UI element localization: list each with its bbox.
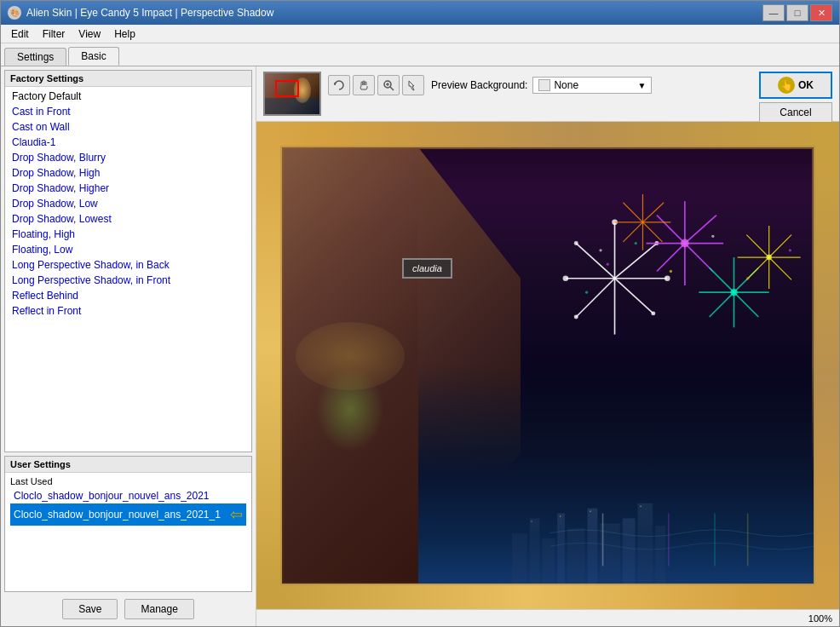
svg-point-42 <box>681 239 689 248</box>
svg-line-39 <box>657 244 685 272</box>
svg-line-67 <box>746 235 768 257</box>
menu-view[interactable]: View <box>72 26 107 42</box>
list-item-drop-shadow-higher[interactable]: Drop Shadow, Higher <box>7 181 250 196</box>
preview-thumbnail[interactable] <box>263 72 321 116</box>
list-item-claudia-1[interactable]: Claudia-1 <box>7 135 250 150</box>
svg-line-20 <box>615 244 657 279</box>
svg-point-70 <box>607 263 609 266</box>
user-settings-header: User Settings <box>5 457 251 473</box>
list-item-drop-shadow-blurry[interactable]: Drop Shadow, Blurry <box>7 150 250 165</box>
svg-line-61 <box>769 235 791 257</box>
manage-button[interactable]: Manage <box>124 599 193 619</box>
list-item-floating-high[interactable]: Floating, High <box>7 227 250 242</box>
svg-line-55 <box>642 222 662 242</box>
svg-point-76 <box>585 291 588 294</box>
dropdown-arrow-icon: ▼ <box>637 81 646 90</box>
user-settings-item-1[interactable]: Cloclo_shadow_bonjour_nouvel_ans_2021 <box>10 488 246 503</box>
refresh-icon <box>333 79 345 91</box>
list-item-factory-default[interactable]: Factory Default <box>7 89 250 104</box>
save-button[interactable]: Save <box>62 599 118 619</box>
svg-point-30 <box>651 311 655 315</box>
tool-select-button[interactable] <box>402 75 424 95</box>
user-settings-section-last-used: Last Used <box>10 476 246 486</box>
zoom-icon <box>383 79 394 91</box>
ok-label: OK <box>798 79 814 91</box>
user-settings-box: User Settings Last Used Cloclo_shadow_bo… <box>4 456 252 592</box>
preview-image: claudia <box>256 122 839 609</box>
svg-point-72 <box>670 270 672 273</box>
svg-line-48 <box>710 292 734 317</box>
status-bar: 100% <box>256 609 839 626</box>
list-item-drop-shadow-low[interactable]: Drop Shadow, Low <box>7 196 250 211</box>
list-item-drop-shadow-high[interactable]: Drop Shadow, High <box>7 165 250 181</box>
toolbar-tools <box>328 72 424 95</box>
preview-bg-value: None <box>554 79 578 91</box>
svg-point-31 <box>574 315 578 319</box>
svg-line-24 <box>576 279 614 317</box>
svg-line-22 <box>615 279 653 314</box>
gold-ornament <box>296 322 405 390</box>
top-row: Preview Background: None ▼ 👆 OK Cancel <box>256 66 839 122</box>
svg-line-37 <box>685 244 713 272</box>
app-icon: 🎨 <box>8 6 21 20</box>
list-item-long-perspective-back[interactable]: Long Perspective Shadow, in Back <box>7 257 250 273</box>
main-content: Factory Settings Factory Default Cast in… <box>1 66 839 626</box>
menu-filter[interactable]: Filter <box>36 26 72 42</box>
svg-line-26 <box>576 244 614 279</box>
svg-point-32 <box>563 275 569 281</box>
ok-hand-icon: 👆 <box>778 77 795 94</box>
list-item-floating-low[interactable]: Floating, Low <box>7 242 250 257</box>
tool-zoom-button[interactable] <box>377 75 400 95</box>
window-title: Alien Skin | Eye Candy 5 Impact | Perspe… <box>26 7 273 19</box>
select-icon <box>407 79 419 91</box>
maximize-button[interactable]: □ <box>786 4 808 21</box>
tab-basic[interactable]: Basic <box>68 47 118 66</box>
bottom-buttons: Save Manage <box>4 595 252 623</box>
user-settings-item-2-selected[interactable]: Cloclo_shadow_bonjour_nouvel_ans_2021_1 … <box>10 503 246 526</box>
list-item-reflect-front[interactable]: Reflect in Front <box>7 303 250 319</box>
watermark: claudia <box>402 258 452 279</box>
main-window: 🎨 Alien Skin | Eye Candy 5 Impact | Pers… <box>0 0 840 627</box>
tool-hand-button[interactable] <box>353 75 375 95</box>
tool-refresh-button[interactable] <box>328 75 350 95</box>
list-item-drop-shadow-lowest[interactable]: Drop Shadow, Lowest <box>7 211 250 227</box>
cancel-button[interactable]: Cancel <box>759 102 832 123</box>
preview-bg-label: Preview Background: <box>431 79 527 91</box>
zoom-level: 100% <box>808 613 832 624</box>
menu-help[interactable]: Help <box>107 26 142 42</box>
svg-line-63 <box>769 257 791 279</box>
title-bar-left: 🎨 Alien Skin | Eye Candy 5 Impact | Pers… <box>8 6 273 20</box>
close-button[interactable]: ✕ <box>810 4 832 21</box>
list-item-reflect-behind[interactable]: Reflect Behind <box>7 288 250 303</box>
fireworks-svg <box>418 122 839 463</box>
list-item-cast-in-front[interactable]: Cast in Front <box>7 104 250 119</box>
svg-point-33 <box>574 241 578 245</box>
title-bar-controls: — □ ✕ <box>762 4 832 21</box>
svg-line-46 <box>734 292 759 317</box>
minimize-button[interactable]: — <box>762 4 785 21</box>
user-settings-item-2-label: Cloclo_shadow_bonjour_nouvel_ans_2021_1 <box>14 509 221 521</box>
preview-bg-container: Preview Background: None ▼ <box>431 72 652 94</box>
svg-line-59 <box>623 203 642 222</box>
arrow-indicator-icon: ⇦ <box>230 505 243 524</box>
list-item-cast-on-wall[interactable]: Cast on Wall <box>7 119 250 135</box>
ok-button[interactable]: 👆 OK <box>759 72 832 99</box>
preview-bg-swatch <box>538 79 550 91</box>
title-bar: 🎨 Alien Skin | Eye Candy 5 Impact | Pers… <box>1 1 839 25</box>
preview-bg-select[interactable]: None ▼ <box>532 77 652 94</box>
svg-line-57 <box>623 222 642 242</box>
svg-point-29 <box>665 275 670 281</box>
factory-settings-list: Factory Default Cast in Front Cast on Wa… <box>5 87 251 452</box>
factory-settings-header: Factory Settings <box>5 71 251 87</box>
hand-icon <box>358 79 370 91</box>
menu-bar: Edit Filter View Help <box>1 25 839 43</box>
right-panel: Preview Background: None ▼ 👆 OK Cancel <box>256 66 839 626</box>
preview-area[interactable]: claudia <box>256 122 839 609</box>
list-item-long-perspective-front[interactable]: Long Perspective Shadow, in Front <box>7 273 250 288</box>
menu-edit[interactable]: Edit <box>4 26 36 42</box>
tab-settings[interactable]: Settings <box>4 48 66 66</box>
svg-point-51 <box>730 289 737 296</box>
svg-point-75 <box>789 249 791 251</box>
svg-point-73 <box>711 235 714 238</box>
svg-line-65 <box>746 257 768 279</box>
